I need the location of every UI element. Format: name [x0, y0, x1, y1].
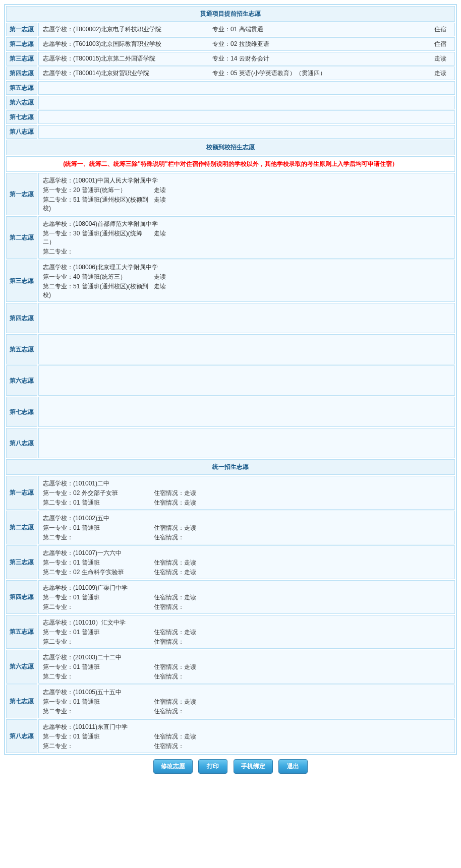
- major-label: 专业：: [212, 40, 231, 47]
- m2-label: 第二专业：: [43, 283, 73, 290]
- major-value: 05 英语(小学英语教育）（贯通四）: [231, 70, 326, 77]
- residence-value: 走读: [422, 69, 450, 78]
- m2-label: 第二专业：: [43, 638, 73, 645]
- s1-row-2: 第二志愿 志愿学校：(T601003)北京国际教育职业学校 专业：02 拉脱维亚…: [6, 37, 455, 51]
- r2-value: 走读: [184, 568, 214, 577]
- school-label: 志愿学校：: [43, 40, 73, 47]
- s3-label-3: 第三志愿: [6, 545, 37, 579]
- exit-button[interactable]: 退出: [278, 759, 308, 774]
- s3-label-4: 第四志愿: [6, 580, 37, 614]
- s1-row-8: 第八志愿: [6, 125, 455, 139]
- preference-form-table: 贯通项目提前招生志愿 第一志愿 志愿学校：(T800002)北京电子科技职业学院…: [4, 4, 457, 755]
- school-value: (101002)五中: [73, 514, 109, 523]
- m1-label: 第一专业：: [43, 187, 73, 194]
- s2-row-3: 第三志愿 志愿学校：(108006)北京理工大学附属中学 第一专业：40 普通班…: [6, 260, 455, 302]
- m1-value: 01 普通班: [73, 663, 100, 670]
- m1-value: 01 普通班: [73, 698, 100, 705]
- s2-label-4: 第四志愿: [6, 303, 37, 333]
- major-value: 02 拉脱维亚语: [231, 40, 269, 47]
- s1-label-5: 第五志愿: [6, 81, 37, 95]
- residence-value: 住宿: [422, 40, 450, 48]
- s3-row-2: 第二志愿 志愿学校：(101002)五中 第一专业：01 普通班住宿情况：走读 …: [6, 511, 455, 544]
- button-bar: 修改志愿 打印 手机绑定 退出: [4, 755, 457, 776]
- r2-value: [184, 742, 214, 751]
- s3-row-6: 第六志愿 志愿学校：(201003)二十二中 第一专业：01 普通班住宿情况：走…: [6, 650, 455, 684]
- school-label: 志愿学校：: [43, 549, 73, 557]
- school-value: (T800015)北京第二外国语学院: [73, 55, 155, 62]
- s2-content-2: 志愿学校：(108004)首都师范大学附属中学 第一专业：30 普通班(通州校区…: [38, 216, 455, 259]
- m2-label: 第二专业：: [43, 569, 73, 576]
- major-label: 专业：: [212, 55, 231, 62]
- s1-row-6: 第六志愿: [6, 96, 455, 109]
- s2-row-8: 第八志愿: [6, 428, 455, 458]
- res-label: 住宿情况：: [154, 638, 184, 646]
- s3-row-3: 第三志愿 志愿学校：(101007)一六六中 第一专业：01 普通班住宿情况：走…: [6, 545, 455, 579]
- school-label: 志愿学校：: [43, 176, 73, 185]
- major-label: 专业：: [212, 70, 231, 77]
- s3-row-1: 第一志愿 志愿学校：(101001)二中 第一专业：02 外交部子女班住宿情况：…: [6, 476, 455, 510]
- s3-label-8: 第八志愿: [6, 719, 37, 753]
- m1-label: 第一专业：: [43, 698, 73, 705]
- s1-content-5: [38, 81, 455, 95]
- residence-value: 住宿: [422, 25, 450, 34]
- section-2-note: (统筹一、统筹二、统筹三除"特殊说明"栏中对住宿作特别说明的学校以外，其他学校录…: [6, 156, 455, 172]
- s3-label-1: 第一志愿: [6, 476, 37, 510]
- s2-label-6: 第六志愿: [6, 365, 37, 396]
- s1-label-7: 第七志愿: [6, 110, 37, 124]
- m1-label: 第一专业：: [43, 524, 73, 531]
- s2-label-1: 第一志愿: [6, 173, 37, 215]
- r1-value: 走读: [184, 559, 214, 567]
- major-label: 专业：: [212, 26, 231, 33]
- s2-content-4: [38, 303, 455, 333]
- res-label: 住宿情况：: [154, 559, 184, 567]
- school-value: (T800002)北京电子科技职业学院: [73, 26, 161, 33]
- s3-content-8: 志愿学校：(101011)东直门中学 第一专业：01 普通班住宿情况：走读 第二…: [38, 719, 455, 753]
- m1-label: 第一专业：: [43, 559, 73, 566]
- s2-content-3: 志愿学校：(108006)北京理工大学附属中学 第一专业：40 普通班(统筹三）…: [38, 260, 455, 302]
- s3-content-5: 志愿学校：(101010）汇文中学 第一专业：01 普通班住宿情况：走读 第二专…: [38, 615, 455, 649]
- school-label: 志愿学校：: [43, 618, 73, 627]
- s1-content-7: [38, 110, 455, 124]
- s1-label-6: 第六志愿: [6, 96, 37, 109]
- m1-label: 第一专业：: [43, 733, 73, 740]
- s1-label-8: 第八志愿: [6, 125, 37, 139]
- res-label: 住宿情况：: [154, 489, 184, 498]
- m1-value: 20 普通班(统筹一）: [73, 187, 126, 194]
- m1-value: 01 普通班: [73, 559, 100, 566]
- m1-value: 40 普通班(统筹三）: [73, 273, 126, 280]
- school-label: 志愿学校：: [43, 55, 73, 62]
- res-label: 住宿情况：: [154, 524, 184, 532]
- res-label: 住宿情况：: [154, 533, 184, 542]
- s2-content-6: [38, 365, 455, 396]
- r1-value: 走读: [184, 628, 214, 637]
- s2-label-7: 第七志愿: [6, 397, 37, 427]
- s2-content-5: [38, 334, 455, 364]
- r1-value: 走读: [184, 663, 214, 671]
- s3-label-2: 第二志愿: [6, 511, 37, 544]
- school-label: 志愿学校：: [43, 653, 73, 662]
- r1-value: 走读: [154, 273, 189, 281]
- m2-label: 第二专业：: [43, 534, 73, 541]
- r2-value: 走读: [154, 282, 189, 299]
- s3-row-5: 第五志愿 志愿学校：(101010）汇文中学 第一专业：01 普通班住宿情况：走…: [6, 615, 455, 649]
- m1-label: 第一专业：: [43, 629, 73, 636]
- school-value: (108001)中国人民大学附属中学: [73, 176, 158, 185]
- r2-value: 走读: [184, 499, 214, 507]
- s1-row-3: 第三志愿 志愿学校：(T800015)北京第二外国语学院 专业：14 云财务会计…: [6, 52, 455, 66]
- section-1-header: 贯通项目提前招生志愿: [6, 6, 455, 22]
- r2-value: [184, 603, 214, 611]
- s1-label-1: 第一志愿: [6, 23, 37, 36]
- school-value: (101001)二中: [73, 479, 109, 488]
- bind-phone-button[interactable]: 手机绑定: [234, 759, 273, 774]
- s3-row-7: 第七志愿 志愿学校：(101005)五十五中 第一专业：01 普通班住宿情况：走…: [6, 685, 455, 718]
- s3-content-2: 志愿学校：(101002)五中 第一专业：01 普通班住宿情况：走读 第二专业：…: [38, 511, 455, 544]
- s2-row-4: 第四志愿: [6, 303, 455, 333]
- m1-label: 第一专业：: [43, 489, 73, 497]
- edit-button[interactable]: 修改志愿: [153, 759, 193, 774]
- major-value: 14 云财务会计: [231, 55, 269, 62]
- school-label: 志愿学校：: [43, 220, 73, 228]
- s3-label-6: 第六志愿: [6, 650, 37, 684]
- school-label: 志愿学校：: [43, 584, 73, 592]
- school-label: 志愿学校：: [43, 514, 73, 523]
- print-button[interactable]: 打印: [198, 759, 227, 774]
